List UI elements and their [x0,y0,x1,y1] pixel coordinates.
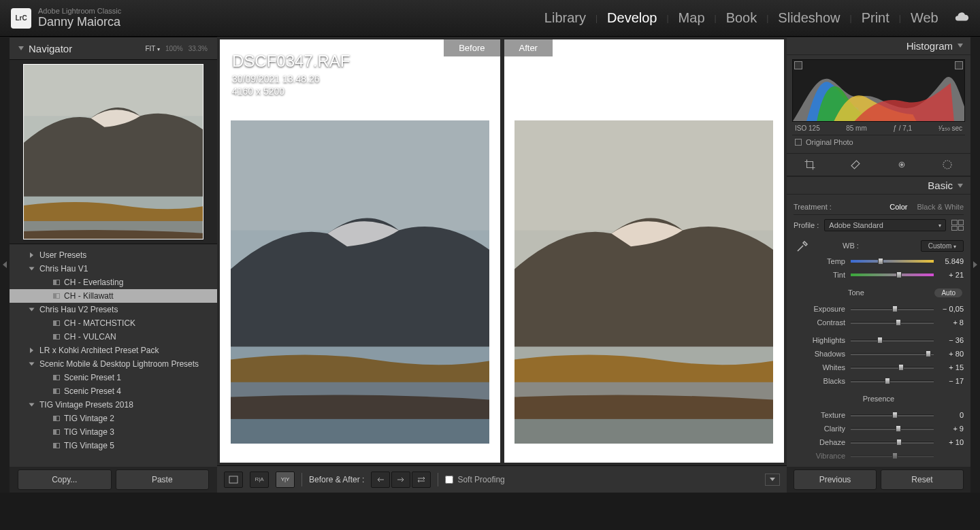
preset-group[interactable]: Scenic Mobile & Desktop Lightroom Preset… [10,357,217,371]
preset-item[interactable]: Scenic Preset 1 [10,371,217,384]
overlay-date: 30/09/2021 13.48.26 [232,73,350,84]
module-slideshow[interactable]: Slideshow [778,10,840,26]
svg-point-10 [900,164,902,166]
exif-focal: 85 mm [846,125,867,132]
vibrance-slider[interactable]: Vibrance [794,449,964,463]
zoom-FIT[interactable]: FIT ▾ [145,45,160,52]
svg-rect-5 [24,64,203,239]
module-map[interactable]: Map [679,10,705,26]
preset-group[interactable]: User Presets [10,248,217,262]
swap-both-button[interactable] [412,471,431,488]
toolbar-options-dropdown[interactable] [765,474,780,486]
histogram-graph[interactable] [792,59,965,122]
after-label: After [504,39,553,56]
before-pane[interactable]: Before DSCF0347.RAF 30/09/2021 13.48.26 … [220,39,500,463]
preset-item[interactable]: TIG Vintage 3 [10,425,217,439]
exif-shutter: ¹⁄₂₅₀ sec [938,125,962,132]
highlight-clip-indicator[interactable] [955,61,963,69]
histogram-title: Histogram [906,40,953,52]
blacks-slider[interactable]: Blacks− 17 [794,374,964,388]
preset-item[interactable]: TIG Vintage 2 [10,412,217,425]
crop-tool-icon[interactable] [804,159,816,171]
preset-item[interactable]: Scenic Preset 4 [10,384,217,398]
exposure-slider[interactable]: Exposure− 0,05 [794,302,964,316]
presets-panel: User PresetsChris Hau V1CH - Everlasting… [10,244,217,467]
preset-group[interactable]: Chris Hau V2 Presets [10,303,217,316]
module-library[interactable]: Library [544,10,586,26]
temp-slider[interactable]: Temp5.849 [794,254,964,268]
histogram: ISO 125 85 mm ƒ / 7,1 ¹⁄₂₅₀ sec Original… [787,55,970,153]
center-area: Before DSCF0347.RAF 30/09/2021 13.48.26 … [217,37,787,493]
app-user: Danny Maiorca [38,15,121,29]
exif-iso: ISO 125 [795,125,820,132]
preset-group[interactable]: LR x Kohki Architect Preset Pack [10,344,217,357]
preset-item[interactable]: CH - Killawatt [10,289,217,303]
auto-tone-button[interactable]: Auto [934,288,962,297]
module-print[interactable]: Print [862,10,889,26]
reset-button[interactable]: Reset [881,469,964,490]
app-icon: LrC [11,8,31,29]
clarity-slider[interactable]: Clarity+ 9 [794,422,964,435]
histogram-header[interactable]: Histogram [787,37,970,55]
svg-rect-7 [514,120,773,444]
module-develop[interactable]: Develop [607,10,657,26]
before-after-label: Before & After : [309,475,364,484]
dehaze-slider[interactable]: Dehaze+ 10 [794,435,964,449]
shadows-slider[interactable]: Shadows+ 80 [794,347,964,361]
swap-right-button[interactable] [391,471,410,488]
contrast-slider[interactable]: Contrast+ 8 [794,316,964,329]
preset-item[interactable]: CH - Everlasting [10,276,217,289]
left-panel: Navigator FIT ▾100%33.3% User PresetsChr… [10,37,217,493]
redeye-tool-icon[interactable] [896,159,908,171]
module-book[interactable]: Book [726,10,757,26]
navigator-thumb[interactable] [10,60,217,244]
loupe-view-button[interactable] [224,471,243,488]
basic-title: Basic [928,180,953,191]
original-photo-toggle[interactable]: Original Photo [792,135,965,149]
module-web[interactable]: Web [911,10,938,26]
tint-slider[interactable]: Tint+ 21 [794,268,964,282]
zoom-333[interactable]: 33.3% [189,45,208,52]
treatment-blackwhite[interactable]: Black & White [917,203,964,211]
wb-dropdown[interactable]: Custom ▾ [921,240,964,252]
before-after-yy-button[interactable]: Y|Y [276,471,295,488]
left-rail-toggle[interactable] [0,37,10,493]
profile-dropdown[interactable]: Adobe Standard ▾ [824,219,946,231]
previous-button[interactable]: Previous [794,469,877,490]
cloud-sync-icon[interactable] [954,10,969,27]
profile-browser-icon[interactable] [951,220,964,231]
basic-header[interactable]: Basic [787,176,970,195]
preset-item[interactable]: CH - VULCAN [10,330,217,344]
svg-point-11 [943,161,951,169]
soft-proofing-toggle[interactable]: Soft Proofing [445,475,504,484]
overlay-filename: DSCF0347.RAF [232,52,350,71]
wb-dropper-icon[interactable] [794,237,813,254]
basic-panel: Treatment : ColorBlack & White Profile :… [787,195,970,467]
bottom-toolbar: R|A Y|Y Before & After : Soft Proofing [217,465,787,493]
profile-row: Profile : Adobe Standard ▾ [794,218,964,233]
healing-tool-icon[interactable] [849,159,862,171]
texture-slider[interactable]: Texture0 [794,408,964,422]
preset-group[interactable]: Chris Hau V1 [10,262,217,276]
swap-left-button[interactable] [371,471,390,488]
navigator-zooms: FIT ▾100%33.3% [145,45,208,52]
after-pane[interactable]: After [504,39,785,463]
copy-button[interactable]: Copy... [18,469,112,490]
module-picker: Library|Develop|Map|Book|Slideshow|Print… [544,10,938,26]
preset-item[interactable]: CH - MATCHSTICK [10,316,217,330]
compare-view: Before DSCF0347.RAF 30/09/2021 13.48.26 … [217,37,787,465]
highlights-slider[interactable]: Highlights− 36 [794,333,964,347]
shadow-clip-indicator[interactable] [794,61,802,69]
treatment-color[interactable]: Color [889,203,907,211]
whites-slider[interactable]: Whites+ 15 [794,361,964,374]
zoom-100[interactable]: 100% [165,45,183,52]
photo-info-overlay: DSCF0347.RAF 30/09/2021 13.48.26 4160 x … [232,52,350,97]
navigator-header[interactable]: Navigator FIT ▾100%33.3% [10,37,217,60]
masking-tool-icon[interactable] [941,159,953,171]
paste-button[interactable]: Paste [116,469,210,490]
ref-a-button[interactable]: R|A [250,471,269,488]
preset-group[interactable]: TIG Vintage Presets 2018 [10,398,217,412]
preset-item[interactable]: TIG Vintage 5 [10,439,217,452]
soft-proofing-checkbox[interactable] [445,476,453,484]
right-rail-toggle[interactable] [970,37,980,493]
